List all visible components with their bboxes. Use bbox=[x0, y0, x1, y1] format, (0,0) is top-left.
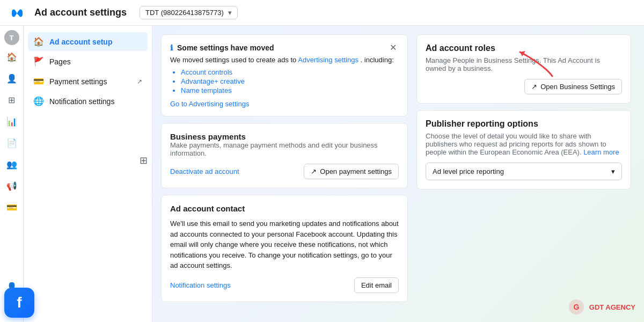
learn-more-link[interactable]: Learn more bbox=[583, 148, 619, 156]
info-banner-title-group: ℹ Some settings have moved bbox=[170, 43, 274, 52]
meta-logo bbox=[9, 4, 26, 21]
left-sidebar: 🏠 Ad account setup 🚩 Pages 💳 Payment set… bbox=[24, 26, 152, 322]
chevron-down-icon: ▾ bbox=[611, 167, 615, 175]
business-payments-desc: Make payments, manage payment methods an… bbox=[170, 141, 399, 157]
business-payments-actions: Deactivate ad account ↗ Open payment set… bbox=[170, 164, 399, 179]
info-banner-body: We moved settings used to create ads to … bbox=[170, 56, 399, 64]
account-name: TDT (980226413875773) bbox=[145, 9, 224, 17]
facebook-icon: f bbox=[4, 288, 34, 318]
center-column: ℹ Some settings have moved ✕ We moved se… bbox=[161, 34, 408, 313]
deactivate-ad-account-button[interactable]: Deactivate ad account bbox=[170, 167, 239, 175]
info-banner: ℹ Some settings have moved ✕ We moved se… bbox=[161, 34, 408, 116]
business-payments-card: Business payments Make payments, manage … bbox=[161, 123, 408, 188]
open-payment-settings-button[interactable]: ↗ Open payment settings bbox=[304, 164, 399, 179]
bullet-name-templates[interactable]: Name templates bbox=[181, 86, 399, 94]
ad-roles-card: Ad account roles Manage People in Busine… bbox=[416, 34, 631, 104]
account-selector[interactable]: TDT (980226413875773) ▾ bbox=[140, 6, 238, 19]
nav-icon-grid[interactable]: ⊞ bbox=[2, 90, 21, 109]
ad-roles-actions: ↗ Open Business Settings bbox=[426, 79, 622, 94]
gdt-brand: G GDT AGENCY bbox=[568, 298, 635, 316]
top-bar: Ad account settings TDT (980226413875773… bbox=[0, 0, 644, 26]
svg-text:G: G bbox=[573, 303, 579, 311]
flag-icon: 🚩 bbox=[33, 56, 44, 67]
publisher-reporting-card: Publisher reporting options Choose the l… bbox=[416, 110, 631, 189]
sidebar-label-ad-account: Ad account setup bbox=[49, 38, 112, 46]
edit-email-button[interactable]: Edit email bbox=[354, 277, 399, 293]
gdt-logo-icon: G bbox=[568, 298, 585, 316]
sidebar-label-notification: Notification settings bbox=[49, 97, 114, 106]
sidebar-item-payment-settings[interactable]: 💳 Payment settings ↗ bbox=[28, 72, 148, 91]
main-layout: T 🏠 👤 ⊞ 📊 📄 👥 📢 💳 👤 ☰ 🏠 Ad account setup… bbox=[0, 26, 644, 322]
bullet-advantage-creative[interactable]: Advantage+ creative bbox=[181, 77, 399, 85]
notification-settings-link[interactable]: Notification settings bbox=[170, 281, 231, 289]
dropdown-value: Ad level price reporting bbox=[433, 167, 504, 175]
advertising-settings-link[interactable]: Advertising settings bbox=[298, 56, 358, 64]
sidebar-grid-icon[interactable]: ⊞ bbox=[140, 155, 148, 166]
bullet-list: Account controls Advantage+ creative Nam… bbox=[170, 68, 399, 94]
reporting-dropdown[interactable]: Ad level price reporting ▾ bbox=[426, 163, 622, 180]
icon-nav: T 🏠 👤 ⊞ 📊 📄 👥 📢 💳 👤 ☰ bbox=[0, 26, 24, 322]
ad-contact-actions: Notification settings Edit email bbox=[170, 277, 399, 293]
nav-icon-megaphone[interactable]: 📢 bbox=[2, 176, 21, 195]
publisher-body: Choose the level of detail you would lik… bbox=[426, 132, 622, 156]
sidebar-item-pages[interactable]: 🚩 Pages bbox=[28, 52, 148, 71]
sidebar-label-payment: Payment settings bbox=[49, 77, 107, 86]
info-icon: ℹ bbox=[170, 43, 173, 52]
nav-icon-people[interactable]: 👥 bbox=[2, 155, 21, 174]
info-banner-title: Some settings have moved bbox=[177, 43, 274, 52]
globe-icon: 🌐 bbox=[33, 96, 44, 106]
page-title: Ad account settings bbox=[34, 7, 127, 18]
right-column: Ad account roles Manage People in Busine… bbox=[416, 34, 631, 313]
external-link-icon: ↗ bbox=[137, 78, 142, 85]
nav-icon-person[interactable]: 👤 bbox=[2, 69, 21, 88]
open-icon: ↗ bbox=[531, 83, 537, 91]
home-icon: 🏠 bbox=[33, 36, 44, 47]
business-payments-title: Business payments bbox=[170, 132, 399, 141]
main-content: ℹ Some settings have moved ✕ We moved se… bbox=[152, 26, 644, 322]
close-banner-button[interactable]: ✕ bbox=[387, 42, 399, 53]
go-to-advertising-link[interactable]: Go to Advertising settings bbox=[170, 100, 249, 108]
fb-logo: f bbox=[4, 288, 34, 318]
gdt-label: GDT AGENCY bbox=[589, 303, 635, 311]
red-arrow-annotation bbox=[515, 47, 558, 79]
user-avatar[interactable]: T bbox=[4, 30, 19, 45]
nav-icon-home[interactable]: 🏠 bbox=[2, 47, 21, 67]
credit-card-icon: 💳 bbox=[33, 76, 44, 86]
sidebar-label-pages: Pages bbox=[49, 57, 71, 66]
nav-icon-chart[interactable]: 📊 bbox=[2, 112, 21, 131]
ad-contact-title: Ad account contact bbox=[170, 204, 399, 213]
nav-icon-card[interactable]: 💳 bbox=[2, 197, 21, 217]
ad-contact-card: Ad account contact We'll use this email … bbox=[161, 195, 408, 302]
sidebar-item-notification-settings[interactable]: 🌐 Notification settings bbox=[28, 92, 148, 111]
chevron-down-icon: ▾ bbox=[228, 9, 232, 17]
ad-contact-body: We'll use this email to send you marketi… bbox=[170, 218, 399, 271]
external-icon: ↗ bbox=[311, 167, 317, 175]
sidebar-item-ad-account-setup[interactable]: 🏠 Ad account setup bbox=[28, 32, 148, 51]
bullet-account-controls[interactable]: Account controls bbox=[181, 68, 399, 76]
info-banner-header: ℹ Some settings have moved ✕ bbox=[170, 42, 399, 53]
open-business-settings-button[interactable]: ↗ Open Business Settings bbox=[524, 79, 622, 94]
publisher-title: Publisher reporting options bbox=[426, 119, 622, 129]
nav-icon-document[interactable]: 📄 bbox=[2, 133, 21, 152]
